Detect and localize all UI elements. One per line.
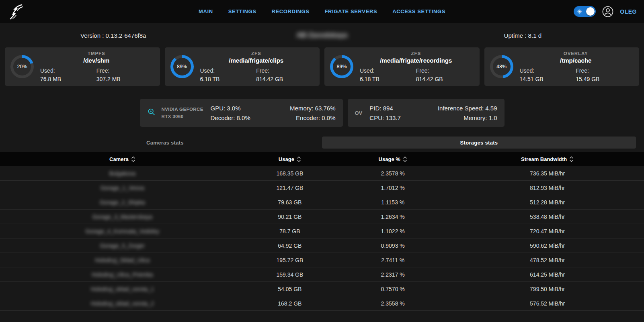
usage-cell: 78.7 GB bbox=[245, 228, 335, 234]
theme-toggle[interactable]: ☀ bbox=[574, 6, 596, 17]
usage-cell: 79.63 GB bbox=[245, 199, 335, 206]
usage-cell: 121.47 GB bbox=[245, 185, 335, 191]
mount-path: /media/frigate/clips bbox=[200, 57, 313, 64]
gpu-detector-row: NVIDIA GEFORCE RTX 3060 GPU: 3.0% Decode… bbox=[0, 99, 644, 127]
mount-path: /tmp/cache bbox=[520, 57, 632, 64]
mount-path: /dev/shm bbox=[40, 57, 153, 64]
table-header-cell[interactable]: Camera bbox=[0, 156, 245, 162]
nav-link[interactable]: RECORDINGS bbox=[271, 8, 309, 14]
table-header-cell[interactable]: Usage % bbox=[335, 156, 451, 162]
detector-type-label: OV bbox=[355, 110, 363, 116]
table-header-row: Camera Usage Usage % bbox=[0, 152, 644, 166]
usage-percent: 20% bbox=[17, 64, 27, 69]
filesystem-type: ZFS bbox=[200, 51, 313, 56]
usage-percent-cell: 1.7012 % bbox=[335, 185, 451, 191]
user-avatar-icon[interactable] bbox=[602, 6, 614, 18]
free-value: 814.42 GB bbox=[416, 76, 472, 82]
usage-donut-gauge: 48% bbox=[490, 55, 513, 78]
storages-table: Camera Usage Usage % bbox=[0, 152, 644, 311]
tab-label: Storages stats bbox=[460, 140, 498, 146]
table-body: Bulgakova 168.35 GB 2.3578 % 736.35 MiB/… bbox=[0, 166, 644, 311]
bandwidth-cell: 720.47 MiB/hr bbox=[451, 228, 644, 234]
bandwidth-cell: 538.48 MiB/hr bbox=[451, 214, 644, 220]
detector-card: OV PID: 894 CPU: 133.7 Inference Speed: … bbox=[348, 99, 505, 127]
sort-icon bbox=[569, 156, 574, 162]
gpu-memory: Memory: 63.76% bbox=[290, 105, 335, 112]
mount-path: /media/frigate/recordings bbox=[360, 57, 472, 64]
usage-percent: 89% bbox=[336, 64, 347, 69]
table-header-cell[interactable]: Stream Bandwidth bbox=[451, 156, 644, 162]
usage-percent-cell: 1.1022 % bbox=[335, 228, 451, 234]
free-label: Free: bbox=[256, 67, 312, 74]
usage-cell: 54.05 GB bbox=[245, 286, 335, 292]
usage-percent-cell: 1.1153 % bbox=[335, 199, 451, 206]
free-value: 307.2 MB bbox=[96, 76, 153, 82]
table-row: Gorage_2_Shipka 79.63 GB 1.1153 % 512.28… bbox=[0, 195, 644, 210]
free-label: Free: bbox=[576, 67, 632, 74]
table-row: Gorage_4_Komnata_Vodoley 78.7 GB 1.1022 … bbox=[0, 224, 644, 238]
free-label: Free: bbox=[96, 67, 153, 74]
table-header-cell[interactable]: Usage bbox=[245, 156, 335, 162]
free-value: 15.49 GB bbox=[576, 76, 632, 82]
nav-link[interactable]: ACCESS SETTINGS bbox=[392, 8, 445, 14]
frigate-logo-icon[interactable] bbox=[7, 3, 25, 20]
camera-name-blurred: Gorage_4_Komnata_Vodoley bbox=[0, 228, 245, 234]
detector-memory: Memory: 1.0 bbox=[438, 114, 497, 121]
used-value: 14.51 GB bbox=[520, 76, 576, 82]
gpu-card: NVIDIA GEFORCE RTX 3060 GPU: 3.0% Decode… bbox=[140, 99, 343, 127]
gpu-name-line1: NVIDIA GEFORCE bbox=[162, 106, 205, 113]
table-row: Holodnyj_sklad_vorota_1 54.05 GB 0.7570 … bbox=[0, 282, 644, 296]
usage-percent-cell: 2.2317 % bbox=[335, 271, 451, 278]
bandwidth-cell: 736.35 MiB/hr bbox=[451, 170, 644, 177]
nav-links: MAIN SETTINGS RECORDINGS FRIGATE SERVERS… bbox=[199, 8, 445, 14]
table-row: Holodnyj_sklad_vorota_2 168.2 GB 2.3558 … bbox=[0, 296, 644, 311]
usage-cell: 168.2 GB bbox=[245, 300, 335, 307]
bandwidth-cell: 614.25 MiB/hr bbox=[451, 271, 644, 278]
free-value: 814.42 GB bbox=[256, 76, 312, 82]
camera-name-blurred: Bulgakova bbox=[0, 170, 245, 177]
tab-label: Cameras stats bbox=[146, 140, 184, 146]
usage-percent: 48% bbox=[496, 64, 507, 69]
camera-name-blurred: Holodnyj_Ulica_Priemka bbox=[0, 271, 245, 278]
usage-donut-gauge: 89% bbox=[170, 55, 194, 78]
column-label: Camera bbox=[109, 156, 129, 162]
bandwidth-cell: 512.28 MiB/hr bbox=[451, 199, 644, 206]
filesystem-type: TMPFS bbox=[40, 51, 153, 56]
camera-name-blurred: Gorage_5_Zorger bbox=[0, 243, 245, 249]
column-label: Usage % bbox=[379, 156, 400, 162]
storage-card: 89% ZFS /media/frigate/clips Used: 6.18 … bbox=[165, 47, 320, 86]
uptime-label: Uptime : 8.1 d bbox=[504, 32, 541, 39]
column-label: Usage bbox=[279, 156, 294, 162]
filesystem-type: OVERLAY bbox=[520, 51, 632, 56]
navbar: MAIN SETTINGS RECORDINGS FRIGATE SERVERS… bbox=[0, 0, 644, 23]
nav-link[interactable]: FRIGATE SERVERS bbox=[325, 8, 377, 14]
gpu-encoder: Encoder: 0.0% bbox=[290, 114, 335, 121]
usage-percent-cell: 2.3578 % bbox=[335, 170, 451, 177]
usage-cell: 195.72 GB bbox=[245, 257, 335, 263]
stats-tab[interactable]: Cameras stats bbox=[8, 137, 322, 149]
usage-donut-gauge: 20% bbox=[10, 55, 34, 78]
usage-percent-cell: 1.2634 % bbox=[335, 214, 451, 220]
storage-card: 48% OVERLAY /tmp/cache Used: 14.51 GB Fr… bbox=[484, 47, 640, 86]
sun-icon: ☀ bbox=[577, 8, 582, 15]
used-label: Used: bbox=[200, 67, 256, 74]
camera-name-blurred: Holodnyj_sklad_vorota_1 bbox=[0, 286, 245, 292]
used-label: Used: bbox=[520, 67, 576, 74]
used-value: 76.8 MB bbox=[40, 76, 96, 82]
table-row: Gorage_5_Zorger 64.92 GB 0.9093 % 590.62… bbox=[0, 238, 644, 253]
username[interactable]: OLEG bbox=[620, 8, 637, 15]
table-row: Gorage_1_Vesna 121.47 GB 1.7012 % 812.93… bbox=[0, 181, 644, 195]
usage-percent-cell: 0.9093 % bbox=[335, 243, 451, 249]
camera-name-blurred: Holodnyj_sklad_vorota_2 bbox=[0, 300, 245, 307]
nav-link[interactable]: MAIN bbox=[199, 8, 213, 14]
usage-percent: 89% bbox=[177, 64, 187, 69]
usage-cell: 168.35 GB bbox=[245, 170, 335, 177]
stats-tab[interactable]: Storages stats bbox=[322, 137, 636, 149]
storage-cards-row: 20% TMPFS /dev/shm Used: 76.8 MB Free: 3… bbox=[0, 47, 644, 86]
gpu-decoder: Decoder: 8.0% bbox=[211, 114, 250, 121]
gpu-usage: GPU: 3.0% bbox=[211, 105, 250, 112]
storage-card: 89% ZFS /media/frigate/recordings Used: … bbox=[324, 47, 480, 86]
stats-tabs: Cameras stats Storages stats bbox=[8, 137, 636, 149]
nav-link[interactable]: SETTINGS bbox=[228, 8, 256, 14]
version-label: Version : 0.13.2-6476f8a bbox=[80, 32, 146, 39]
